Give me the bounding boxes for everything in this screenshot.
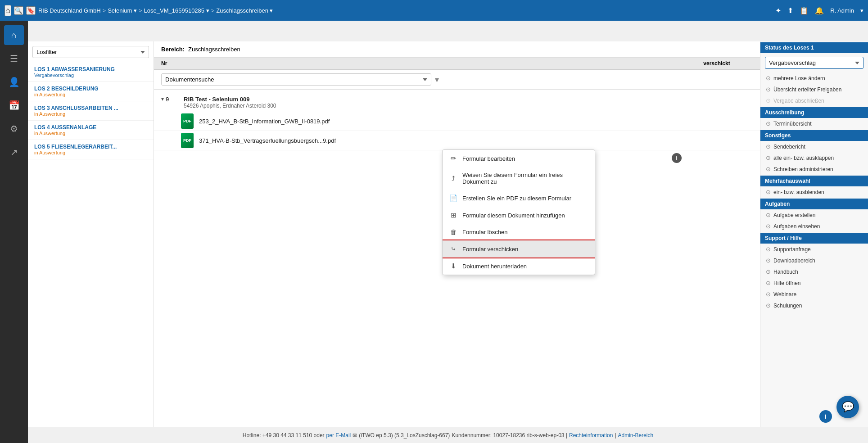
rs-item-sendebericht[interactable]: ⊙ Sendebericht	[760, 141, 868, 152]
footer-email-icon: ✉	[353, 432, 357, 438]
user-name[interactable]: R. Admin	[830, 7, 854, 14]
rs-label-aufgaben-einsehen: Aufgaben einsehen	[773, 223, 820, 230]
breadcrumb-zuschlag[interactable]: Zuschlagsschreiben ▾	[216, 7, 273, 14]
rs-item-terminuebersicht[interactable]: ⊙ Terminübersicht	[760, 118, 868, 129]
menu-label-verschicken: Formular verschicken	[462, 246, 518, 253]
breadcrumb: RIB Deutschland GmbH > Selenium ▾ > Lose…	[38, 7, 273, 14]
rs-icon-14: ⊙	[766, 280, 771, 286]
menu-item-bearbeiten[interactable]: ✏ Formular bearbeiten	[443, 150, 595, 167]
menu-label-hinzufuegen: Formular diesem Dokument hinzufügen	[462, 212, 565, 219]
rs-item-uebersicht[interactable]: ⊙ Übersicht erteilter Freigaben	[760, 84, 868, 95]
rs-icon-6: ⊙	[766, 154, 771, 161]
sidebar-settings-icon[interactable]: ⚙	[4, 119, 24, 139]
info-button[interactable]: i	[819, 410, 832, 423]
edit-icon: ✏	[449, 154, 458, 163]
los-item-2[interactable]: LOS 2 BESCHILDERUNG in Auswertung	[28, 82, 154, 101]
menu-label-loeschen: Formular löschen	[462, 229, 507, 235]
status-select[interactable]: Vergabevorschlag	[765, 57, 863, 69]
rs-label-terminuebersicht: Terminübersicht	[773, 121, 812, 127]
pdf-create-icon: 📄	[449, 194, 458, 202]
status-widget: Vergabevorschlag	[760, 53, 868, 72]
rs-icon-4: ⊙	[766, 120, 771, 127]
sidebar-home-icon[interactable]: ⌂	[4, 25, 24, 45]
breadcrumb-selenium[interactable]: Selenium ▾	[108, 7, 137, 14]
chat-button[interactable]: 💬	[836, 396, 859, 418]
menu-item-pdf[interactable]: 📄 Erstellen Sie ein PDF zu diesem Formul…	[443, 190, 595, 207]
los-item-5[interactable]: LOS 5 FLIESENLEGERARBEIT... in Auswertun…	[28, 140, 154, 159]
rs-label-aufgabe-erstellen: Aufgabe erstellen	[773, 212, 815, 218]
rs-label-hilfe: Hilfe öffnen	[773, 280, 801, 286]
doc-row-2[interactable]: PDF 371_HVA-B-Stb_Vertragserfuellungsbue…	[154, 131, 760, 150]
rs-item-webinare[interactable]: ⊙ Webinare	[760, 289, 868, 300]
menu-item-loeschen[interactable]: 🗑 Formular löschen	[443, 224, 595, 240]
rs-icon-12: ⊙	[766, 257, 771, 264]
doc-name-2: 371_HVA-B-Stb_Vertragserfuellungsbuergsc…	[199, 137, 753, 144]
footer-admin[interactable]: Admin-Bereich	[618, 432, 654, 438]
rs-item-mehrere-lose[interactable]: ⊙ mehrere Lose ändern	[760, 72, 868, 84]
footer-rechtsinformation[interactable]: Rechteinformation	[569, 432, 613, 438]
rs-icon-3: ⊙	[766, 97, 771, 104]
menu-item-hinzufuegen[interactable]: ⊞ Formular diesem Dokument hinzufügen	[443, 207, 595, 224]
rs-item-handbuch[interactable]: ⊙ Handbuch	[760, 266, 868, 277]
rs-header-mehrfach: Mehrfachauswahl	[760, 176, 868, 186]
nav-icon-1[interactable]: ✦	[775, 6, 781, 15]
rs-icon-5: ⊙	[766, 143, 771, 150]
menu-item-freies-doc[interactable]: ⤴ Weisen Sie diesem Formular ein freies …	[443, 167, 595, 190]
rs-item-downloadbereich[interactable]: ⊙ Downloadbereich	[760, 255, 868, 266]
home-button[interactable]: ⌂	[5, 5, 11, 16]
bereich-label: Bereich:	[161, 46, 185, 53]
group-toggle[interactable]: ▾	[161, 96, 164, 102]
menu-label-bearbeiten: Formular bearbeiten	[462, 155, 515, 162]
table-section: ▾ 9 RIB Test - Selenium 009 54926 Apophi…	[154, 90, 760, 154]
footer-version: (iTWO ep 5.3) (5.3_LosZuschlag-667)	[359, 432, 450, 438]
rs-item-ein-ausklappen[interactable]: ⊙ alle ein- bzw. ausklappen	[760, 152, 868, 163]
rs-item-hilfe[interactable]: ⊙ Hilfe öffnen	[760, 277, 868, 289]
rs-item-aufgabe-erstellen[interactable]: ⊙ Aufgabe erstellen	[760, 209, 868, 221]
sidebar-calendar-icon[interactable]: 📅	[4, 95, 24, 115]
col-nr: Nr	[161, 60, 184, 67]
los-item-1[interactable]: LOS 1 ABWASSERSANIERUNG Vergabevorschlag	[28, 63, 154, 82]
rs-icon-9: ⊙	[766, 212, 771, 218]
los-filter-select[interactable]: Losfilter	[32, 46, 149, 58]
rs-item-schulungen[interactable]: ⊙ Schulungen	[760, 300, 868, 311]
rs-icon-15: ⊙	[766, 291, 771, 298]
doc-name-1: 253_2_HVA_B-StB_Information_GWB_II-0819.…	[199, 118, 753, 125]
rs-item-vergabe-abschliessen: ⊙ Vergabe abschließen	[760, 95, 868, 106]
rs-label-supportanfrage: Supportanfrage	[773, 246, 811, 253]
sidebar-person-icon[interactable]: 👤	[4, 72, 24, 92]
breadcrumb-lose[interactable]: Lose_VM_1659510285 ▾	[144, 7, 209, 14]
rs-label-ein-ausblenden: ein- bzw. ausblenden	[773, 189, 824, 195]
sidebar-menu-icon[interactable]: ☰	[4, 49, 24, 68]
los-item-4[interactable]: LOS 4 AUSSENANLAGE in Auswertung	[28, 121, 154, 140]
rs-label-vergabe-abschliessen: Vergabe abschließen	[773, 98, 824, 104]
rs-item-ein-ausblenden[interactable]: ⊙ ein- bzw. ausblenden	[760, 186, 868, 198]
group-nr: 9	[166, 96, 184, 103]
rs-label-downloadbereich: Downloadbereich	[773, 258, 815, 264]
doc-search-select[interactable]: Dokumentensuche	[161, 73, 431, 86]
doc-row-1[interactable]: PDF 253_2_HVA_B-StB_Information_GWB_II-0…	[154, 112, 760, 131]
rs-item-schreiben-admin[interactable]: ⊙ Schreiben administrieren	[760, 163, 868, 175]
context-menu: ✏ Formular bearbeiten ⤴ Weisen Sie diese…	[442, 149, 595, 275]
los-panel: Losfilter LOS 1 ABWASSERSANIERUNG Vergab…	[28, 41, 154, 443]
notification-button[interactable]: 🔔	[815, 6, 824, 15]
menu-item-verschicken[interactable]: ⤷ Formular verschicken	[443, 240, 595, 258]
rs-header-aufgaben: Aufgaben	[760, 199, 868, 209]
breadcrumb-company[interactable]: RIB Deutschland GmbH	[38, 7, 101, 14]
sidebar-export-icon[interactable]: ↗	[4, 142, 24, 162]
rs-item-aufgaben-einsehen[interactable]: ⊙ Aufgaben einsehen	[760, 221, 868, 232]
doc-search-chevron-icon[interactable]: ▾	[435, 75, 439, 85]
doc-search-bar: Dokumentensuche ▾	[154, 70, 760, 90]
pdf-icon: PDF	[181, 113, 194, 129]
nav-icon-2[interactable]: ⬆	[787, 6, 793, 15]
bookmark-button[interactable]: 🔖	[26, 6, 36, 15]
group-row: ▾ 9 RIB Test - Selenium 009 54926 Apophi…	[154, 93, 760, 112]
footer-email[interactable]: per E-Mail	[326, 432, 351, 438]
los-item-3[interactable]: LOS 3 ANSCHLUSSARBEITEN ... in Auswertun…	[28, 101, 154, 121]
search-button[interactable]: 🔍	[14, 6, 23, 15]
rs-item-supportanfrage[interactable]: ⊙ Supportanfrage	[760, 244, 868, 255]
menu-item-herunterladen[interactable]: ⬇ Dokument herunterladen	[443, 258, 595, 275]
left-sidebar: ⌂ ☰ 👤 📅 ⚙ ↗	[0, 21, 28, 443]
rs-header-sonstiges: Sonstiges	[760, 130, 868, 141]
nav-icon-3[interactable]: 📋	[800, 6, 809, 15]
info-bubble[interactable]: i	[672, 153, 682, 163]
